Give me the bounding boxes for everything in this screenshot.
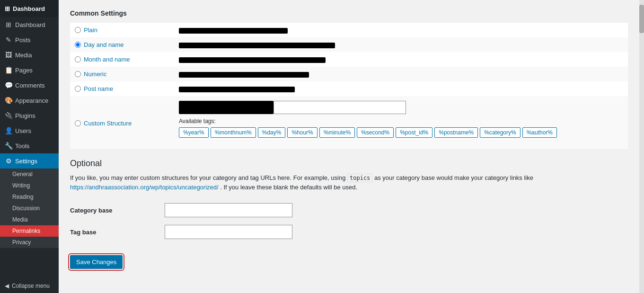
day-label[interactable]: Day and name bbox=[75, 41, 169, 48]
tag-minute[interactable]: %minute% bbox=[319, 127, 355, 138]
permalink-month-row: Month and name bbox=[70, 52, 628, 67]
tag-day[interactable]: %day% bbox=[258, 127, 286, 138]
plain-radio[interactable] bbox=[75, 27, 81, 33]
day-text: Day and name bbox=[84, 41, 124, 48]
permalink-plain-row: Plain bbox=[70, 23, 628, 37]
custom-label[interactable]: Custom Structure bbox=[75, 120, 169, 127]
sidebar-logo[interactable]: ⊞ Dashboard bbox=[0, 0, 59, 17]
sidebar-pages-label: Pages bbox=[15, 67, 33, 74]
sidebar-item-comments[interactable]: 💬 Comments bbox=[0, 78, 59, 93]
tag-hour[interactable]: %hour% bbox=[287, 127, 317, 138]
collapse-label: Collapse menu bbox=[12, 283, 50, 289]
postname-radio[interactable] bbox=[75, 86, 81, 92]
optional-description: If you like, you may enter custom struct… bbox=[70, 173, 628, 192]
sidebar-item-appearance[interactable]: 🎨 Appearance bbox=[0, 93, 59, 108]
month-radio[interactable] bbox=[75, 56, 81, 62]
sidebar-item-dashboard[interactable]: ⊞ Dashboard bbox=[0, 17, 59, 32]
tag-monthnum[interactable]: %monthnum% bbox=[211, 127, 256, 138]
numeric-radio[interactable] bbox=[75, 71, 81, 77]
collapse-icon: ◀ bbox=[5, 283, 9, 289]
sidebar-plugins-label: Plugins bbox=[15, 112, 35, 119]
postname-url-preview bbox=[179, 87, 295, 92]
category-base-row: Category base bbox=[70, 199, 628, 221]
sidebar-item-settings[interactable]: ⚙ Settings bbox=[0, 153, 59, 169]
sidebar-users-label: Users bbox=[15, 127, 31, 134]
scrollbar[interactable] bbox=[639, 0, 644, 293]
wp-icon: ⊞ bbox=[5, 5, 10, 12]
scrollbar-thumb[interactable] bbox=[639, 5, 644, 33]
day-radio[interactable] bbox=[75, 42, 81, 48]
postname-label[interactable]: Post name bbox=[75, 85, 169, 92]
plugins-icon: 🔌 bbox=[5, 112, 12, 119]
tools-icon: 🔧 bbox=[5, 142, 12, 150]
media-icon: 🖼 bbox=[5, 51, 12, 59]
submenu-privacy[interactable]: Privacy bbox=[0, 237, 59, 248]
numeric-text: Numeric bbox=[84, 71, 106, 78]
sidebar-comments-label: Comments bbox=[15, 82, 45, 89]
appearance-icon: 🎨 bbox=[5, 97, 12, 104]
sidebar-item-tools[interactable]: 🔧 Tools bbox=[0, 138, 59, 153]
settings-icon: ⚙ bbox=[5, 157, 12, 165]
submenu-permalinks[interactable]: Permalinks bbox=[0, 225, 59, 237]
sidebar-tools-label: Tools bbox=[15, 142, 29, 150]
tag-author[interactable]: %author% bbox=[522, 127, 557, 138]
optional-link[interactable]: https://andhraassociation.org/wp/topics/… bbox=[70, 184, 219, 191]
submenu-general[interactable]: General bbox=[0, 169, 59, 180]
save-changes-button[interactable]: Save Changes bbox=[70, 255, 123, 269]
sidebar-item-plugins[interactable]: 🔌 Plugins bbox=[0, 108, 59, 123]
optional-form-table: Category base Tag base bbox=[70, 199, 628, 243]
submenu-writing[interactable]: Writing bbox=[0, 180, 59, 191]
tag-postname[interactable]: %postname% bbox=[434, 127, 478, 138]
month-label[interactable]: Month and name bbox=[75, 56, 169, 63]
posts-icon: ✎ bbox=[5, 36, 12, 44]
optional-desc-3: . If you leave these blank the defaults … bbox=[220, 184, 357, 191]
permalink-day-row: Day and name bbox=[70, 37, 628, 52]
comments-icon: 💬 bbox=[5, 81, 12, 89]
common-settings-title: Common Settings bbox=[70, 9, 628, 17]
sidebar-settings-label: Settings bbox=[15, 158, 37, 165]
dashboard-icon: ⊞ bbox=[5, 21, 12, 28]
permalink-numeric-row: Numeric bbox=[70, 67, 628, 81]
category-base-label: Category base bbox=[70, 207, 113, 214]
tags-row: %year% %monthnum% %day% %hour% %minute% … bbox=[179, 127, 623, 138]
sidebar-item-media[interactable]: 🖼 Media bbox=[0, 47, 59, 62]
sidebar: ⊞ Dashboard ⊞ Dashboard ✎ Posts 🖼 Media … bbox=[0, 0, 59, 293]
numeric-label[interactable]: Numeric bbox=[75, 71, 169, 78]
custom-prefix-display bbox=[179, 101, 273, 114]
tag-base-label: Tag base bbox=[70, 229, 96, 236]
collapse-menu-button[interactable]: ◀ Collapse menu bbox=[0, 279, 59, 293]
available-tags-label: Available tags: bbox=[179, 118, 623, 124]
pages-icon: 📋 bbox=[5, 66, 12, 74]
day-url-preview bbox=[179, 43, 335, 48]
sidebar-dashboard-label: Dashboard bbox=[15, 21, 45, 28]
plain-text: Plain bbox=[84, 27, 97, 34]
tag-post-id[interactable]: %post_id% bbox=[396, 127, 432, 138]
custom-text: Custom Structure bbox=[84, 120, 132, 127]
settings-submenu: General Writing Reading Discussion Media… bbox=[0, 169, 59, 248]
optional-desc-1: If you like, you may enter custom struct… bbox=[70, 174, 345, 181]
tag-year[interactable]: %year% bbox=[179, 127, 209, 138]
permalink-custom-row: Custom Structure /%year%/%monthnum%/%day… bbox=[70, 96, 628, 149]
submenu-discussion[interactable]: Discussion bbox=[0, 203, 59, 214]
sidebar-item-posts[interactable]: ✎ Posts bbox=[0, 32, 59, 47]
sidebar-item-users[interactable]: 👤 Users bbox=[0, 123, 59, 138]
tag-base-row: Tag base bbox=[70, 221, 628, 243]
custom-radio[interactable] bbox=[75, 120, 81, 126]
tag-base-input[interactable] bbox=[165, 225, 292, 239]
custom-structure-input[interactable]: /%year%/%monthnum%/%day%/%postname%/ bbox=[273, 101, 406, 114]
sidebar-appearance-label: Appearance bbox=[15, 97, 48, 104]
tag-category[interactable]: %category% bbox=[480, 127, 520, 138]
submenu-media[interactable]: Media bbox=[0, 214, 59, 225]
submenu-reading[interactable]: Reading bbox=[0, 191, 59, 203]
save-area: Save Changes bbox=[70, 250, 628, 269]
category-base-input[interactable] bbox=[165, 203, 292, 217]
sidebar-posts-label: Posts bbox=[15, 36, 31, 44]
custom-input-wrap: /%year%/%monthnum%/%day%/%postname%/ bbox=[179, 101, 623, 114]
sidebar-logo-label: Dashboard bbox=[13, 5, 45, 12]
sidebar-item-pages[interactable]: 📋 Pages bbox=[0, 62, 59, 78]
plain-label[interactable]: Plain bbox=[75, 27, 169, 34]
tag-second[interactable]: %second% bbox=[357, 127, 394, 138]
optional-title: Optional bbox=[70, 159, 628, 169]
month-text: Month and name bbox=[84, 56, 130, 63]
plain-url-preview bbox=[179, 28, 288, 34]
